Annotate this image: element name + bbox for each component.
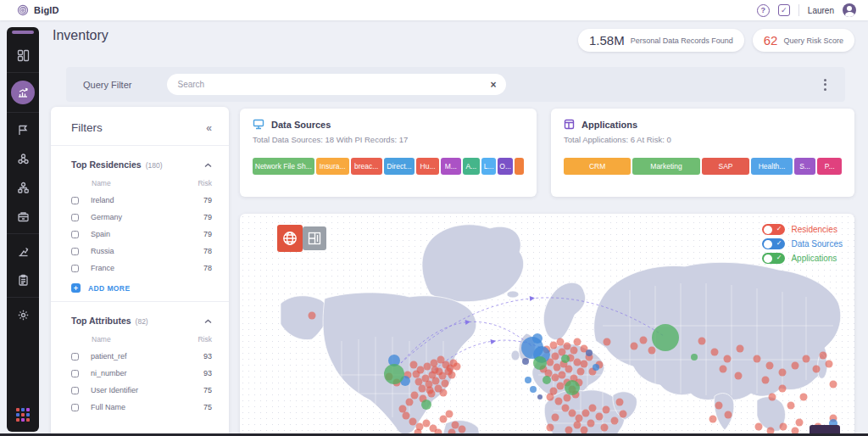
filter-checkbox[interactable] [71,404,79,411]
residency-dot[interactable] [309,312,316,320]
residency-dot[interactable] [410,361,418,369]
filter-checkbox[interactable] [71,265,79,272]
residency-dot[interactable] [431,360,438,367]
residency-dot[interactable] [403,412,410,420]
residency-dot[interactable] [557,383,565,390]
residency-dot[interactable] [779,385,787,393]
residency-dot[interactable] [554,364,561,372]
filter-row-name[interactable]: ni_number [91,369,127,377]
residency-dot[interactable] [769,394,776,401]
residency-dot[interactable] [552,353,559,361]
application-dot[interactable] [421,400,431,410]
residency-dot[interactable] [800,394,808,401]
residency-dot[interactable] [596,413,604,421]
residency-dot[interactable] [431,366,439,374]
application-dot[interactable] [384,364,404,384]
data-source-dot[interactable] [586,349,593,356]
data-source-segment[interactable]: Hu... [416,158,438,175]
residency-dot[interactable] [559,372,566,379]
residency-dot[interactable] [820,352,827,360]
filter-row-name[interactable]: Full Name [91,403,125,411]
residency-dot[interactable] [735,372,743,380]
org-tree-icon[interactable] [7,173,39,202]
residency-dot[interactable] [406,399,414,406]
discovery-icon[interactable] [7,237,39,266]
application-dot[interactable] [561,355,570,363]
residency-dot[interactable] [399,405,407,413]
residency-dot[interactable] [603,406,610,414]
search-box[interactable]: × [167,74,506,95]
residency-dot[interactable] [796,419,804,427]
filter-row-name[interactable]: Ireland [91,196,114,204]
data-source-segment[interactable]: breac... [351,158,382,175]
residency-dot[interactable] [423,420,431,428]
legend-toggle[interactable] [762,253,785,264]
residency-dot[interactable] [569,410,576,417]
residency-dot[interactable] [453,363,461,371]
residency-dot[interactable] [440,416,448,423]
residency-dot[interactable] [564,343,571,350]
residency-dot[interactable] [411,392,419,400]
data-source-segment[interactable] [515,158,524,175]
application-segment[interactable]: SAP [702,158,750,175]
data-archive-icon[interactable] [7,202,39,231]
residency-dot[interactable] [755,423,763,431]
residency-dot[interactable] [581,361,588,368]
residency-dot[interactable] [830,381,837,388]
residency-dot[interactable] [803,355,810,363]
filter-checkbox[interactable] [71,214,79,221]
residency-dot[interactable] [709,416,717,423]
data-source-segment[interactable]: A... [463,158,480,175]
chevron-up-icon[interactable] [204,312,212,327]
reports-clipboard-icon[interactable] [7,266,39,294]
data-source-dot[interactable] [530,386,537,393]
policies-flag-icon[interactable] [7,115,39,144]
residency-dot[interactable] [616,399,624,406]
residency-dot[interactable] [440,389,448,397]
residency-dot[interactable] [698,338,706,345]
help-icon[interactable]: ? [757,4,770,17]
residency-dot[interactable] [413,371,420,378]
residency-dot[interactable] [552,374,559,382]
residency-dot[interactable] [547,394,554,401]
user-avatar[interactable] [843,3,856,17]
application-segment[interactable]: CRM [564,158,631,175]
filter-row-name[interactable]: France [91,264,114,272]
residency-dot[interactable] [432,377,440,385]
application-dot[interactable] [533,356,547,370]
application-dot[interactable] [691,354,698,361]
residency-dot[interactable] [574,422,581,429]
filter-checkbox[interactable] [71,370,79,377]
inventory-nav-active[interactable] [11,81,35,104]
filter-checkbox[interactable] [71,197,79,204]
residency-dot[interactable] [582,410,590,417]
filter-row-name[interactable]: patient_ref [91,352,127,361]
application-dot[interactable] [542,376,551,384]
residency-dot[interactable] [813,366,821,373]
data-source-dot[interactable] [522,358,529,365]
add-more-button[interactable]: +ADD MORE [71,283,212,293]
residency-dot[interactable] [459,426,466,433]
filter-checkbox[interactable] [71,231,79,238]
residency-dot[interactable] [779,369,787,377]
filter-row-name[interactable]: Germany [91,213,122,221]
residency-dot[interactable] [574,359,581,366]
bigid-logo[interactable]: BigID [17,4,59,16]
clear-search-icon[interactable]: × [490,80,496,90]
residency-dot[interactable] [766,362,774,370]
residency-dot[interactable] [424,363,431,371]
residency-dot[interactable] [562,405,570,412]
residency-dot[interactable] [570,347,578,355]
residency-dot[interactable] [620,411,627,418]
data-source-segment[interactable]: L... [481,158,497,175]
filter-row-name[interactable]: Spain [91,230,110,238]
residency-dot[interactable] [711,349,719,356]
settings-gear-icon[interactable] [7,300,39,329]
residency-dot[interactable] [737,345,744,353]
application-dot[interactable] [565,380,580,395]
filter-checkbox[interactable] [71,387,79,394]
data-source-dot[interactable] [537,394,542,400]
residency-dot[interactable] [452,422,459,429]
data-source-segment[interactable]: Network File Sh... [253,158,314,175]
residency-dot[interactable] [648,347,656,355]
